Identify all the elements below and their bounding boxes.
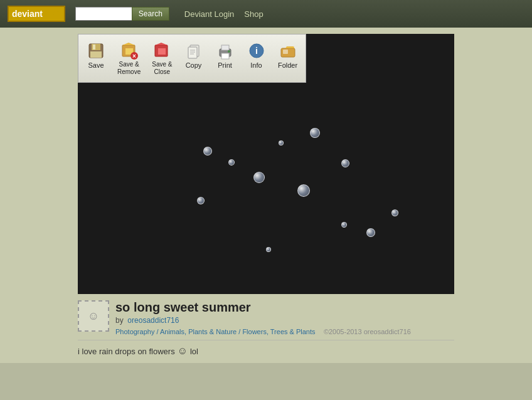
svg-rect-24 xyxy=(283,50,288,54)
toolbar-info[interactable]: i Info xyxy=(242,38,272,78)
image-copyright: ©2005-2013 oreosaddict716 xyxy=(324,328,411,335)
image-meta: so long sweet summer by oreosaddict716 P… xyxy=(115,300,454,336)
save-close-label: Save &Close xyxy=(152,61,172,76)
image-author-line: by oreosaddict716 xyxy=(115,316,454,325)
by-text: by xyxy=(115,316,124,325)
water-drop xyxy=(341,222,347,228)
water-drop xyxy=(341,159,349,167)
svg-text:×: × xyxy=(132,53,136,60)
water-drop xyxy=(297,184,310,197)
water-drop xyxy=(197,197,205,204)
image-categories-line: Photography / Animals, Plants & Nature /… xyxy=(115,327,454,336)
svg-rect-19 xyxy=(221,53,229,59)
deviant-login-link[interactable]: Deviant Login xyxy=(184,9,235,19)
svg-marker-10 xyxy=(155,43,168,45)
toolbar-copy[interactable]: Copy xyxy=(179,38,209,78)
svg-rect-13 xyxy=(188,47,197,58)
logo-art: ART xyxy=(43,9,61,19)
image-title: so long sweet summer xyxy=(115,300,454,315)
toolbar: Save × Save &Remove xyxy=(78,34,306,83)
water-drop xyxy=(279,140,284,145)
toolbar-save-close[interactable]: Save &Close xyxy=(147,38,177,78)
water-drop xyxy=(253,172,265,183)
print-icon xyxy=(215,41,235,61)
print-label: Print xyxy=(218,61,232,70)
water-drop xyxy=(391,209,398,216)
shop-link[interactable]: Shop xyxy=(244,9,263,19)
search-area: Search xyxy=(75,7,169,21)
folder-label: Folder xyxy=(278,61,297,70)
toolbar-print[interactable]: Print xyxy=(210,38,240,78)
save-icon xyxy=(86,41,106,61)
svg-marker-5 xyxy=(122,43,135,45)
toolbar-folder[interactable]: Folder xyxy=(273,38,303,78)
water-drop xyxy=(310,128,320,138)
smiley-emoji: ☺ xyxy=(178,345,188,357)
svg-rect-18 xyxy=(221,45,229,50)
toolbar-save-remove[interactable]: × Save &Remove xyxy=(112,38,146,78)
avatar-icon: ☺ xyxy=(88,310,99,323)
svg-rect-3 xyxy=(90,51,102,58)
logo[interactable]: deviantART xyxy=(8,6,65,22)
save-close-icon xyxy=(152,41,172,61)
copy-label: Copy xyxy=(186,61,202,70)
avatar: ☺ xyxy=(78,300,109,332)
water-drop xyxy=(228,159,235,166)
save-label: Save xyxy=(88,61,104,70)
comment-text: i love rain drops on flowers ☺ lol xyxy=(78,345,454,357)
save-remove-icon: × xyxy=(119,41,139,61)
water-drop xyxy=(266,247,271,252)
svg-point-20 xyxy=(228,50,230,53)
search-button[interactable]: Search xyxy=(132,7,169,21)
info-icon: i xyxy=(247,41,267,61)
svg-rect-2 xyxy=(93,45,95,50)
main-content: Save × Save &Remove xyxy=(0,28,532,363)
info-label: Info xyxy=(250,61,262,70)
image-info: ☺ so long sweet summer by oreosaddict716… xyxy=(78,294,454,340)
search-input[interactable] xyxy=(75,7,132,21)
water-drop xyxy=(203,147,212,155)
water-drop xyxy=(366,228,375,237)
header: deviantART Search Deviant Login Shop xyxy=(0,0,532,28)
author-link[interactable]: oreosaddict716 xyxy=(127,316,179,325)
logo-text: deviantART xyxy=(12,9,61,19)
svg-rect-11 xyxy=(158,48,166,55)
svg-text:i: i xyxy=(255,46,258,56)
comment-area: i love rain drops on flowers ☺ lol xyxy=(78,340,454,357)
content-wrapper: Save × Save &Remove xyxy=(72,34,460,357)
image-categories: Photography / Animals, Plants & Nature /… xyxy=(115,328,316,335)
folder-icon xyxy=(278,41,298,61)
comment-body: i love rain drops on flowers xyxy=(78,347,175,356)
copy-icon xyxy=(184,41,204,61)
toolbar-save[interactable]: Save xyxy=(81,38,111,78)
image-container: Save × Save &Remove xyxy=(78,34,454,294)
comment-suffix: lol xyxy=(190,347,198,356)
header-nav: Deviant Login Shop xyxy=(184,9,263,19)
save-remove-label: Save &Remove xyxy=(117,61,141,76)
